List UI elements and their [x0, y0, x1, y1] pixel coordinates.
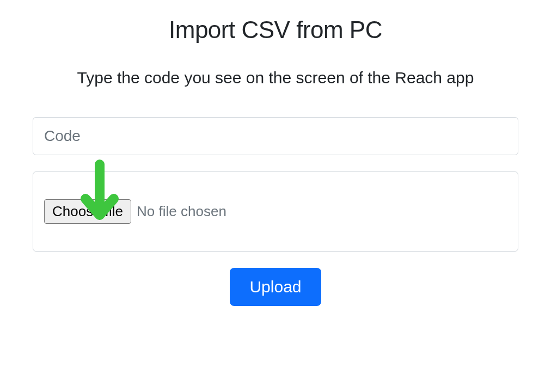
page-title: Import CSV from PC: [33, 16, 518, 44]
instruction-text: Type the code you see on the screen of t…: [69, 65, 482, 90]
upload-button[interactable]: Upload: [230, 268, 321, 306]
file-upload-box: Choose file No file chosen: [33, 171, 518, 252]
code-input[interactable]: [33, 117, 518, 155]
choose-file-button[interactable]: Choose file: [44, 199, 131, 224]
file-status-text: No file chosen: [137, 203, 226, 220]
